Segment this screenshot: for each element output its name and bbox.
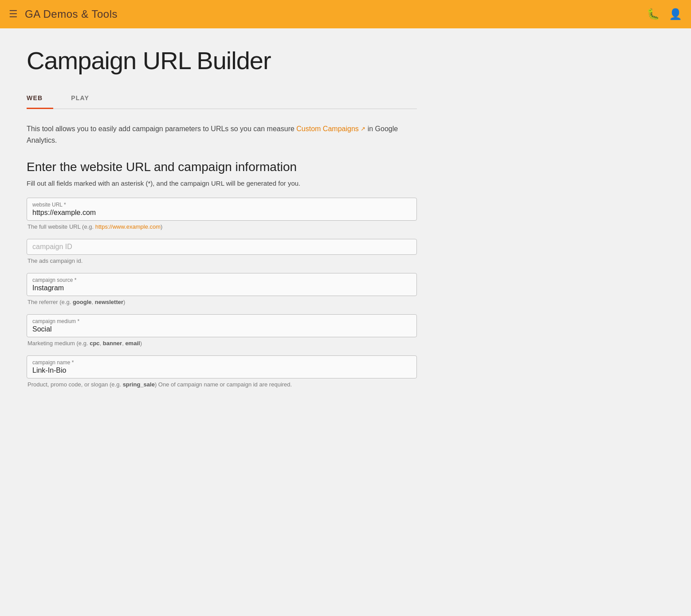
campaign-id-hint: The ads campaign id.: [27, 257, 417, 264]
form-section-title: Enter the website URL and campaign infor…: [27, 160, 417, 174]
campaign-id-wrapper: [27, 239, 417, 255]
website-url-input[interactable]: [32, 209, 411, 217]
description-text-before: This tool allows you to easily add campa…: [27, 125, 296, 133]
campaign-medium-group: campaign medium * Marketing medium (e.g.…: [27, 314, 417, 347]
campaign-source-example1: google: [73, 299, 92, 305]
campaign-name-wrapper: campaign name *: [27, 355, 417, 378]
campaign-name-hint: Product, promo code, or slogan (e.g. spr…: [27, 381, 417, 388]
website-url-example-link[interactable]: https://www.example.com: [95, 223, 161, 230]
campaign-medium-example1: cpc: [90, 340, 99, 347]
tab-play[interactable]: PLAY: [71, 88, 100, 109]
website-url-label: website URL *: [32, 202, 411, 208]
website-url-wrapper: website URL *: [27, 198, 417, 221]
campaign-source-wrapper: campaign source *: [27, 273, 417, 296]
campaign-name-input[interactable]: [32, 366, 411, 374]
app-header: ☰ GA Demos & Tools 🐛 👤: [0, 0, 691, 28]
campaign-source-example2: newsletter: [95, 299, 123, 305]
campaign-source-input[interactable]: [32, 284, 411, 292]
website-url-group: website URL * The full website URL (e.g.…: [27, 198, 417, 230]
menu-icon[interactable]: ☰: [9, 8, 18, 20]
campaign-medium-example3: email: [125, 340, 140, 347]
custom-campaigns-link[interactable]: Custom Campaigns ↗: [296, 125, 365, 133]
campaign-medium-label: campaign medium *: [32, 318, 411, 324]
campaign-name-group: campaign name * Product, promo code, or …: [27, 355, 417, 388]
campaign-name-example: spring_sale: [123, 381, 155, 388]
campaign-name-label: campaign name *: [32, 359, 411, 366]
tab-web[interactable]: WEB: [27, 88, 53, 109]
external-link-icon: ↗: [361, 125, 365, 132]
header-actions: 🐛 👤: [647, 8, 682, 20]
website-url-hint: The full website URL (e.g. https://www.e…: [27, 223, 417, 230]
campaign-id-input[interactable]: [32, 243, 411, 251]
campaign-id-group: The ads campaign id.: [27, 239, 417, 264]
campaign-medium-wrapper: campaign medium *: [27, 314, 417, 337]
campaign-medium-hint: Marketing medium (e.g. cpc, banner, emai…: [27, 340, 417, 347]
tool-description: This tool allows you to easily add campa…: [27, 123, 417, 146]
user-icon[interactable]: 👤: [669, 8, 682, 20]
campaign-source-label: campaign source *: [32, 277, 411, 283]
campaign-source-hint: The referrer (e.g. google, newsletter): [27, 299, 417, 305]
tab-bar: WEB PLAY: [27, 88, 417, 109]
main-content: Campaign URL Builder WEB PLAY This tool …: [0, 28, 444, 423]
form-section-subtitle: Fill out all fields marked with an aster…: [27, 179, 417, 187]
campaign-source-group: campaign source * The referrer (e.g. goo…: [27, 273, 417, 305]
campaign-medium-input[interactable]: [32, 325, 411, 333]
page-title: Campaign URL Builder: [27, 46, 417, 75]
app-title: GA Demos & Tools: [25, 8, 118, 20]
bug-icon[interactable]: 🐛: [647, 8, 660, 20]
campaign-medium-example2: banner: [103, 340, 122, 347]
